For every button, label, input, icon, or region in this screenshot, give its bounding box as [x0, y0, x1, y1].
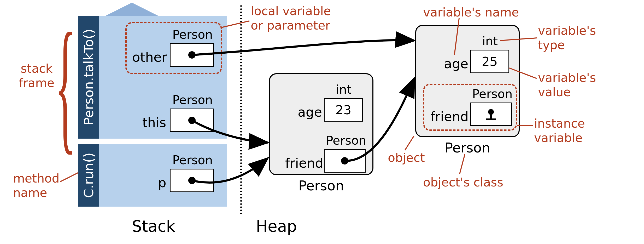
annot-object-class: object's class — [423, 175, 503, 190]
brace-icon: { — [55, 11, 76, 159]
ref-dot-p — [188, 177, 196, 184]
stack-heap-divider — [240, 5, 242, 214]
obj2-age-type: int — [482, 34, 498, 48]
method-name-crun: C.run() — [81, 152, 96, 198]
annot-var-type: variable's type — [538, 24, 596, 52]
obj1-class: Person — [298, 178, 345, 194]
method-name-talkto: Person.talkTo() — [81, 29, 96, 126]
annot-var-value: variable's value — [538, 71, 596, 99]
frame-tab-crun: C.run() — [78, 144, 99, 207]
obj1-age-value: 23 — [335, 103, 351, 117]
region-label-heap: Heap — [256, 217, 297, 235]
obj1-friend-type: Person — [326, 133, 366, 147]
obj1-friend-box — [324, 149, 366, 173]
highlight-instance-var — [423, 84, 517, 131]
var-type-this: Person — [172, 93, 213, 107]
callout-method-name — [60, 173, 78, 182]
obj1-friend-name: friend — [285, 156, 323, 171]
var-box-p — [170, 169, 214, 192]
ref-dot-obj1-friend — [341, 157, 348, 164]
callout-object — [405, 136, 414, 150]
obj2-class: Person — [444, 140, 491, 156]
ref-dot-this — [188, 117, 196, 124]
highlight-local-var — [125, 22, 222, 74]
var-name-p: p — [158, 175, 166, 190]
annot-method-name: method name — [13, 171, 60, 200]
obj2-age-box: 25 — [470, 50, 509, 73]
obj1-age-box: 23 — [324, 98, 363, 122]
obj1-age-name: age — [298, 105, 322, 120]
annot-stack-frame: stack frame — [19, 61, 54, 90]
annot-object: object — [388, 151, 425, 165]
obj2-age-value: 25 — [482, 54, 497, 69]
obj1-age-type: int — [336, 82, 352, 97]
var-name-this: this — [142, 115, 166, 130]
var-box-this — [170, 109, 214, 132]
stack-direction-arrow — [106, 3, 158, 16]
callout-object-class — [460, 154, 465, 174]
var-type-p: Person — [172, 153, 213, 167]
region-label-stack: Stack — [132, 217, 175, 235]
annot-local-var: local variable or parameter — [251, 4, 331, 33]
obj2-age-name: age — [444, 56, 468, 71]
annot-instance-var: instance variable — [534, 116, 585, 145]
frame-tab-talkto: Person.talkTo() — [78, 16, 99, 139]
annot-var-name: variable's name — [423, 5, 519, 20]
